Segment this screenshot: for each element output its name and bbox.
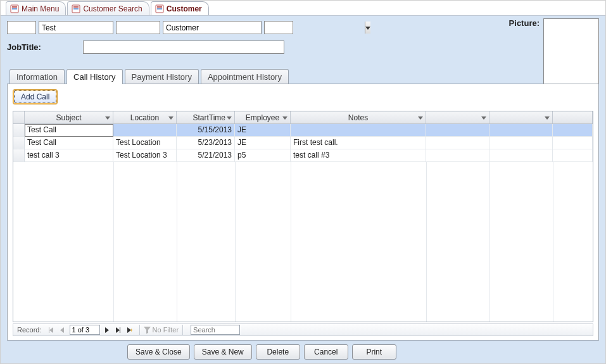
cell-blank[interactable] — [489, 137, 553, 149]
doc-tab-customer[interactable]: Customer — [151, 1, 209, 15]
button-label: Save & Close — [136, 348, 182, 356]
search-input[interactable] — [191, 325, 239, 334]
form-icon — [155, 4, 164, 13]
search-box[interactable] — [191, 325, 240, 335]
table-row[interactable]: Test Call 5/15/2013 JE — [13, 124, 593, 137]
last-record-button[interactable] — [113, 324, 124, 336]
middle-name-field[interactable] — [117, 22, 160, 34]
svg-rect-2 — [12, 8, 17, 9]
cell-blank[interactable] — [426, 149, 489, 162]
cell-blank[interactable] — [426, 137, 489, 149]
jobtitle-input[interactable] — [83, 41, 284, 54]
record-position-box[interactable] — [70, 325, 100, 335]
next-record-button[interactable] — [101, 324, 113, 336]
new-record-button[interactable] — [124, 324, 136, 336]
svg-rect-1 — [12, 6, 17, 8]
cell-notes[interactable] — [291, 124, 426, 137]
dropdown-icon[interactable] — [365, 22, 370, 34]
row-selector[interactable] — [13, 137, 25, 149]
cell-blank[interactable] — [553, 124, 593, 137]
doc-tab-customer-search[interactable]: Customer Search — [67, 1, 149, 15]
col-subject[interactable]: Subject — [25, 111, 113, 123]
chevron-down-icon[interactable] — [543, 114, 551, 122]
cancel-button[interactable]: Cancel — [304, 344, 348, 360]
tab-body: Add Call Subject Location StartTime Empl… — [7, 84, 599, 341]
cell-location[interactable]: Test Location 3 — [113, 149, 177, 162]
col-blank[interactable] — [489, 111, 553, 123]
chevron-down-icon[interactable] — [480, 114, 488, 122]
suffix-combo[interactable] — [264, 21, 293, 34]
chevron-down-icon[interactable] — [281, 114, 289, 122]
chevron-down-icon[interactable] — [104, 114, 111, 122]
prefix-combo[interactable] — [7, 21, 36, 34]
cell-location[interactable]: Test Location — [113, 137, 177, 149]
tab-call-history[interactable]: Call History — [66, 69, 122, 84]
save-new-button[interactable]: Save & New — [194, 344, 252, 360]
col-starttime[interactable]: StartTime — [177, 111, 235, 123]
cell-blank[interactable] — [426, 124, 489, 137]
cell-starttime[interactable]: 5/15/2013 — [177, 124, 235, 137]
form-icon — [72, 4, 80, 13]
first-record-button[interactable] — [46, 324, 57, 336]
doc-tab-main-menu[interactable]: Main Menu — [6, 1, 66, 15]
col-label: Subject — [56, 113, 81, 122]
record-position-input[interactable] — [70, 326, 99, 334]
save-close-button[interactable]: Save & Close — [127, 344, 190, 360]
cell-employee[interactable]: p5 — [235, 149, 291, 162]
select-all-corner[interactable] — [13, 111, 25, 123]
cell-notes[interactable]: test call #3 — [291, 149, 426, 162]
form-footer: Save & Close Save & New Delete Cancel Pr… — [1, 343, 605, 361]
jobtitle-field[interactable] — [84, 41, 284, 53]
prev-record-button[interactable] — [57, 324, 68, 336]
col-employee[interactable]: Employee — [235, 111, 291, 123]
doc-tab-label: Customer — [167, 4, 202, 13]
last-name-input[interactable] — [163, 22, 263, 34]
add-call-button[interactable]: Add Call — [13, 89, 58, 104]
cell-starttime[interactable]: 5/23/2013 — [177, 137, 235, 149]
cell-starttime[interactable]: 5/21/2013 — [177, 149, 235, 162]
middle-name-input[interactable] — [116, 21, 160, 34]
cell-blank[interactable] — [553, 149, 593, 162]
table-row[interactable]: test call 3 Test Location 3 5/21/2013 p5… — [13, 149, 593, 162]
row-selector[interactable] — [13, 149, 25, 162]
cell-subject[interactable]: Test Call — [25, 137, 113, 149]
row-selector[interactable] — [13, 124, 25, 137]
picture-box[interactable] — [543, 18, 599, 89]
recnav-label: Record: — [13, 326, 46, 334]
last-name-combo[interactable] — [163, 21, 262, 34]
filter-indicator[interactable]: No Filter — [144, 326, 179, 334]
col-blank[interactable] — [553, 111, 593, 123]
first-name-field[interactable] — [39, 22, 113, 34]
cell-location[interactable] — [113, 124, 177, 137]
cell-blank[interactable] — [489, 124, 553, 137]
doc-tab-label: Customer Search — [83, 4, 142, 13]
cell-blank[interactable] — [553, 137, 593, 149]
delete-button[interactable]: Delete — [256, 344, 300, 360]
datasheet-body: Test Call 5/15/2013 JE Test Call — [13, 124, 593, 322]
table-row[interactable]: Test Call Test Location 5/23/2013 JE Fir… — [13, 137, 593, 149]
col-blank[interactable] — [426, 111, 489, 123]
cell-employee[interactable]: JE — [235, 137, 291, 149]
chevron-down-icon[interactable] — [225, 114, 233, 122]
tab-appointment-history[interactable]: Appointment History — [201, 69, 289, 84]
print-button[interactable]: Print — [352, 344, 396, 360]
cell-blank[interactable] — [489, 149, 553, 162]
separator — [139, 325, 140, 335]
col-label: Employee — [246, 113, 279, 122]
cell-employee[interactable]: JE — [235, 124, 291, 137]
tab-information[interactable]: Information — [9, 69, 65, 84]
col-notes[interactable]: Notes — [291, 111, 426, 123]
calls-datasheet[interactable]: Subject Location StartTime Employee Note… — [13, 111, 593, 322]
chevron-down-icon[interactable] — [417, 114, 424, 122]
button-label: Delete — [267, 348, 289, 356]
tab-payment-history[interactable]: Payment History — [125, 69, 199, 84]
first-name-input[interactable] — [39, 21, 113, 34]
cell-notes[interactable]: First test call. — [291, 137, 426, 149]
picture-label: Picture: — [509, 18, 540, 28]
cell-subject[interactable]: Test Call — [25, 124, 113, 137]
button-label: Print — [366, 348, 382, 356]
suffix-input[interactable] — [265, 22, 365, 34]
chevron-down-icon[interactable] — [167, 114, 175, 122]
cell-subject[interactable]: test call 3 — [25, 149, 113, 162]
col-location[interactable]: Location — [113, 111, 177, 123]
